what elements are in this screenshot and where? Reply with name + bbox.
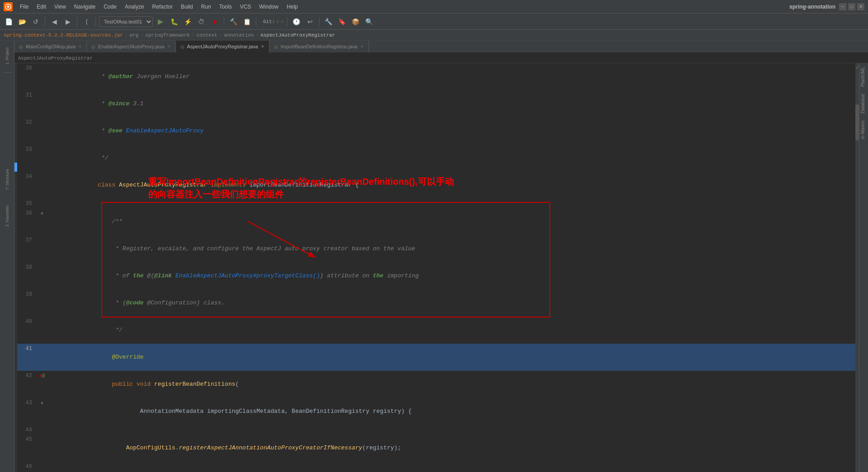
gutter-44 [38,425,47,435]
gutter-46 [38,462,47,471]
run-config-dropdown[interactable]: TestOfAop.test01 [99,16,153,27]
stop-button[interactable]: ■ [209,16,221,28]
line-number-40: 40 [17,317,38,344]
menu-help[interactable]: Help [283,3,302,11]
settings-button[interactable]: 🔧 [323,16,335,28]
tab-close-0[interactable]: ✕ [78,44,82,49]
menu-file[interactable]: File [16,3,32,11]
sidebar-structure-icon[interactable]: 7: Structure [4,166,11,193]
code-line-41: 41 @Override [17,344,855,371]
mini-scrollbar-thumb [855,104,859,140]
line-number-33: 33 [17,145,38,172]
gutter-42: ●@ [38,371,47,398]
breadcrumb-class[interactable]: AspectJAutoProxyRegistrar [260,33,335,38]
tab-close-2[interactable]: ✕ [261,44,264,49]
menu-navigate[interactable]: Navigate [71,3,99,11]
toolbar-sep-3 [95,17,96,26]
close-button[interactable]: ✕ [857,3,864,10]
gutter-33 [38,145,47,172]
panel-plantuml[interactable]: PlantUML [859,63,868,90]
back-button[interactable]: ◀ [48,16,60,28]
tab-enableaspectjautoproxy[interactable]: ◎ EnableAspectJAutoProxy.java ✕ [87,41,176,52]
gutter-31 [38,90,47,117]
breadcrumb-springframework[interactable]: springframework [145,33,190,38]
panel-database[interactable]: Database [859,90,868,117]
sidebar-favorites-icon[interactable]: 2: Favorites [4,203,11,230]
code-line-39: 39 * {@code @Configuration} class. [17,290,855,317]
code-line-32: 32 * @see EnableAspectJAutoProxy [17,117,855,145]
menu-vcs[interactable]: VCS [236,3,255,11]
menu-run[interactable]: Run [198,3,215,11]
gutter-40 [38,317,47,344]
tab-close-1[interactable]: ✕ [167,44,171,49]
line-number-46: 46 [17,462,38,471]
menu-tools[interactable]: Tools [216,3,236,11]
panel-maven[interactable]: m Maven [859,117,868,143]
gutter-45 [38,435,47,462]
gutter-35 [38,199,47,208]
mini-scrollbar-track[interactable]: ✓ [855,63,859,472]
breadcrumb-jar[interactable]: spring-context-5.2.2.RELEASE-sources.jar [4,33,123,38]
history-button[interactable]: 🕐 [291,16,302,28]
minimize-button[interactable]: ─ [839,3,846,10]
breadcrumb-org[interactable]: org [130,33,139,38]
line-number-39: 39 [17,290,38,317]
menu-edit[interactable]: Edit [33,3,50,11]
tab-importbeandefinitionregistrar[interactable]: ◎ ImportBeanDefinitionRegistrar.java ✕ [269,41,369,52]
menu-view[interactable]: View [51,3,70,11]
line-content-34: class AspectJAutoProxyRegistrar implemen… [47,172,855,199]
menu-analyze[interactable]: Analyze [121,3,148,11]
line-content-41: @Override [47,344,855,371]
code-line-45: 45 AopConfigUtils.registerAspectJAnnotat… [17,435,855,462]
prev-edit-button[interactable]: ⟨ [80,16,92,28]
tasks-button[interactable]: 📋 [241,16,253,28]
open-button[interactable]: 📂 [16,16,28,28]
gutter-37 [38,235,47,262]
tab-close-3[interactable]: ✕ [360,44,364,49]
sync-button[interactable]: ↺ [30,16,42,28]
menu-bar: File Edit View Navigate Code Analyze Ref… [16,3,789,11]
tab-aspectjautoproxyregistrar[interactable]: ◎ AspectJAutoProxyRegistrar.java ✕ [176,41,269,52]
breadcrumb-context[interactable]: context [197,33,217,38]
toolbar-sep-4 [224,17,224,26]
breadcrumb-sep-3: › [192,33,195,38]
line-number-30: 30 [17,63,38,90]
line-content-39: * {@code @Configuration} class. [47,290,855,317]
menu-build[interactable]: Build [177,3,197,11]
line-number-41: 41 [17,344,38,371]
forward-button[interactable]: ▶ [62,16,74,28]
toolbar-sep-6 [287,17,288,26]
undo-button[interactable]: ↩ [304,16,316,28]
run-with-coverage-button[interactable]: ⚡ [182,16,193,28]
editor-area: 重写ImportBeanDefinitionRegistrar的register… [14,63,868,472]
git-status: Git: ✓ ✓ [263,19,284,24]
profile-button[interactable]: ⏱ [195,16,207,28]
editor-class-name: AspectJAutoProxyRegistrar [18,56,93,61]
line-content-38: * of the @{@link EnableAspectJAutoProxy#… [47,262,855,290]
code-editor[interactable]: 重写ImportBeanDefinitionRegistrar的register… [17,63,855,472]
menu-refactor[interactable]: Refactor [149,3,176,11]
code-line-46: 46 [17,462,855,471]
build-button[interactable]: 🔨 [227,16,239,28]
run-button[interactable]: ▶ [155,16,166,28]
window-title: spring-annotation [789,4,835,10]
line-content-37: * Register, escalate, and configure the … [47,235,855,262]
menu-code[interactable]: Code [100,3,120,11]
breadcrumb-annotation[interactable]: annotation [224,33,254,38]
debug-button[interactable]: 🐛 [168,16,180,28]
code-line-36: 36 ◆ /** [17,208,855,235]
line-content-36: /** [47,208,855,235]
maximize-button[interactable]: □ [848,3,855,10]
toolbar-sep-7 [319,17,320,26]
tab-mainconfigofaop[interactable]: ◎ MainConfigOfAop.java ✕ [14,41,87,52]
editor-main: ◎ MainConfigOfAop.java ✕ ◎ EnableAspectJ… [14,41,868,472]
vcs-button[interactable]: 📦 [350,16,362,28]
git-check-2: ✓ [281,19,284,24]
code-line-44: 44 [17,425,855,435]
new-file-button[interactable]: 📄 [3,16,14,28]
sidebar-project-icon[interactable]: 1: Project [4,42,11,70]
code-line-34: 34 class AspectJAutoProxyRegistrar imple… [17,172,855,199]
search-button[interactable]: 🔍 [363,16,375,28]
bookmark-button[interactable]: 🔖 [336,16,348,28]
menu-window[interactable]: Window [255,3,282,11]
